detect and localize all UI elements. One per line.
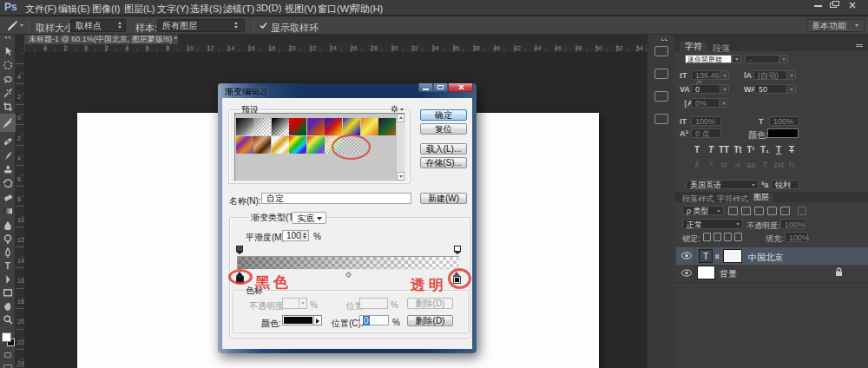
- svg-text:T: T: [4, 260, 10, 271]
